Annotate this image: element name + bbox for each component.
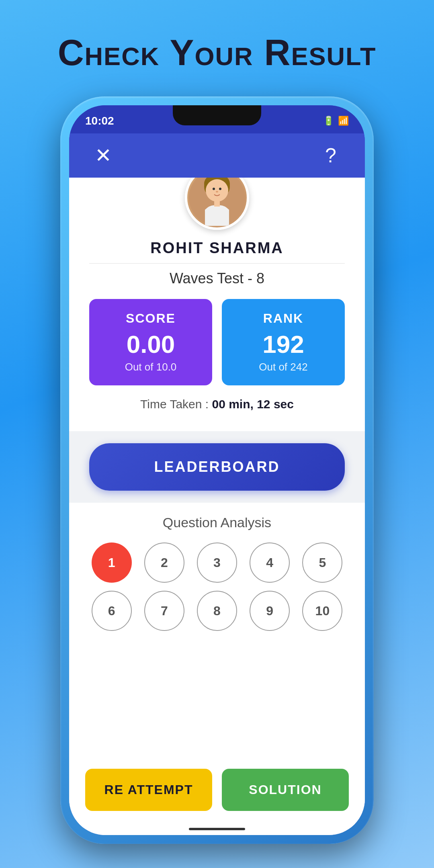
phone-inner: 10:02 🔋 📶 ✕ ? [69,105,365,835]
nav-bar: ✕ ? [69,133,365,178]
rank-value: 192 [262,330,304,358]
question-bubble-7[interactable]: 7 [144,591,184,631]
leaderboard-section: LEADERBOARD [69,431,365,503]
analysis-title: Question Analysis [89,515,345,530]
wifi-icon: 📶 [338,116,349,126]
analysis-section: Question Analysis 1 2 3 4 5 6 7 8 9 10 [69,503,365,759]
reattempt-button[interactable]: RE ATTEMPT [85,769,212,811]
question-bubble-10[interactable]: 10 [302,591,342,631]
battery-icon: 🔋 [323,116,334,126]
home-indicator [189,828,245,830]
rank-sub: Out of 242 [259,361,307,373]
questions-grid-row1: 1 2 3 4 5 [89,542,345,583]
phone-outer: 10:02 🔋 📶 ✕ ? [60,96,374,844]
result-card: ROHIT SHARMA Waves Test - 8 SCORE 0.00 O… [69,178,365,431]
rank-box: RANK 192 Out of 242 [222,299,345,385]
close-button[interactable]: ✕ [89,141,117,170]
phone-mockup: 10:02 🔋 📶 ✕ ? [60,96,374,844]
question-bubble-1[interactable]: 1 [92,542,132,583]
svg-point-4 [206,179,228,202]
score-value: 0.00 [127,330,175,358]
stats-row: SCORE 0.00 Out of 10.0 RANK 192 Out of 2… [89,299,345,385]
bottom-buttons: RE ATTEMPT SOLUTION [69,759,365,823]
question-bubble-9[interactable]: 9 [250,591,290,631]
divider [89,263,345,264]
time-taken-value: 00 min, 12 sec [212,397,293,411]
time-taken-label: Time Taken : [140,397,212,411]
question-bubble-4[interactable]: 4 [250,542,290,583]
question-bubble-6[interactable]: 6 [92,591,132,631]
status-icons: 🔋 📶 [323,116,349,126]
solution-button[interactable]: SOLUTION [222,769,349,811]
svg-point-7 [216,191,218,192]
score-label: SCORE [126,311,176,326]
rank-label: RANK [263,311,303,326]
test-name: Waves Test - 8 [89,270,345,287]
svg-rect-8 [214,200,220,207]
question-bubble-5[interactable]: 5 [302,542,342,583]
page-title: Check Your Result [0,0,434,74]
avatar-container [89,178,345,230]
avatar [185,178,249,230]
status-time: 10:02 [85,115,114,127]
question-bubble-2[interactable]: 2 [144,542,184,583]
svg-point-6 [219,188,221,190]
time-taken: Time Taken : 00 min, 12 sec [89,397,345,411]
scroll-content: ROHIT SHARMA Waves Test - 8 SCORE 0.00 O… [69,178,365,835]
score-sub: Out of 10.0 [125,361,177,373]
score-box: SCORE 0.00 Out of 10.0 [89,299,212,385]
leaderboard-button[interactable]: LEADERBOARD [89,443,345,491]
question-bubble-8[interactable]: 8 [197,591,237,631]
svg-point-5 [213,188,215,190]
question-bubble-3[interactable]: 3 [197,542,237,583]
home-bar [69,823,365,835]
phone-notch [173,105,261,125]
help-button[interactable]: ? [317,141,345,170]
questions-grid-row2: 6 7 8 9 10 [89,591,345,631]
user-name: ROHIT SHARMA [89,240,345,257]
